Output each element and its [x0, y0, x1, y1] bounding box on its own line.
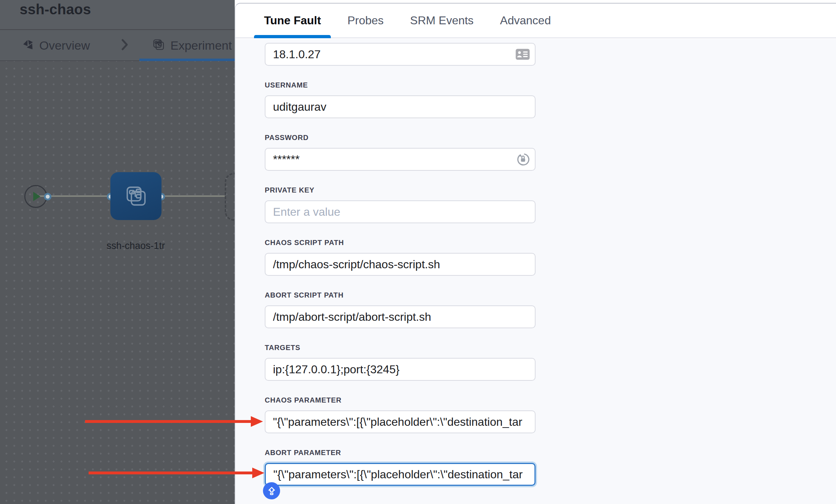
fault-config-form: USERNAME PASSWORD — [235, 39, 836, 504]
chevron-right-icon — [121, 38, 129, 53]
app-window: ssh-chaos Overview Experim — [0, 0, 836, 504]
active-tab-underline — [254, 35, 331, 38]
field-username: USERNAME — [265, 81, 536, 118]
field-ip — [265, 43, 536, 66]
add-node-placeholder[interactable] — [225, 173, 235, 221]
contact-card-icon[interactable] — [516, 49, 530, 60]
tab-experiment[interactable]: Experiment — [170, 38, 232, 52]
chaos-parameter-label: CHAOS PARAMETER — [265, 396, 536, 404]
play-icon — [32, 191, 41, 202]
username-label: USERNAME — [265, 81, 536, 89]
annotation-arrow-chaos-parameter — [85, 420, 251, 423]
password-input[interactable] — [265, 148, 536, 171]
field-password: PASSWORD — [265, 134, 536, 171]
experiment-icon — [152, 38, 165, 53]
ip-input[interactable] — [265, 43, 536, 66]
field-private-key: PRIVATE KEY — [265, 186, 536, 223]
breadcrumb: Overview Experiment — [0, 30, 235, 61]
field-abort-script-path: ABORT SCRIPT PATH — [265, 291, 536, 328]
overview-icon — [22, 39, 34, 52]
upload-icon — [267, 486, 277, 496]
chaos-script-path-label: CHAOS SCRIPT PATH — [265, 239, 536, 246]
pipeline-canvas[interactable]: ssh-chaos Overview Experim — [0, 0, 235, 504]
username-input[interactable] — [265, 95, 536, 118]
active-tab-underline — [139, 59, 235, 61]
experiment-header: ssh-chaos — [0, 0, 235, 30]
field-chaos-script-path: CHAOS SCRIPT PATH — [265, 239, 536, 276]
password-label: PASSWORD — [265, 134, 536, 141]
private-key-label: PRIVATE KEY — [265, 186, 536, 194]
tab-tune-fault[interactable]: Tune Fault — [264, 4, 321, 38]
annotation-arrow-abort-parameter — [89, 471, 253, 474]
experiment-graph[interactable]: ssh-chaos-1tr — [0, 61, 235, 504]
fault-node-icon — [124, 184, 148, 208]
page-title: ssh-chaos — [20, 1, 91, 18]
drawer-tab-bar: Tune Fault Probes SRM Events Advanced — [235, 4, 836, 38]
tab-overview[interactable]: Overview — [39, 38, 90, 52]
field-abort-parameter: ABORT PARAMETER — [265, 449, 536, 486]
fault-node-label: ssh-chaos-1tr — [82, 240, 189, 251]
tab-probes[interactable]: Probes — [347, 4, 383, 38]
chaos-parameter-input[interactable] — [265, 410, 536, 433]
field-targets: TARGETS — [265, 344, 536, 381]
abort-script-path-input[interactable] — [265, 305, 536, 328]
private-key-input[interactable] — [265, 200, 536, 223]
upload-fab-button[interactable] — [263, 482, 280, 499]
targets-label: TARGETS — [265, 344, 536, 351]
chaos-script-path-input[interactable] — [265, 253, 536, 276]
fault-node-ssh-chaos[interactable] — [110, 172, 161, 220]
tab-advanced[interactable]: Advanced — [500, 4, 551, 38]
abort-script-path-label: ABORT SCRIPT PATH — [265, 291, 536, 299]
secret-lock-icon[interactable] — [516, 153, 530, 166]
port-dot — [44, 193, 51, 200]
abort-parameter-input[interactable] — [265, 463, 536, 486]
abort-parameter-label: ABORT PARAMETER — [265, 449, 536, 456]
targets-input[interactable] — [265, 358, 536, 381]
tune-fault-drawer: Tune Fault Probes SRM Events Advanced — [235, 3, 836, 504]
field-chaos-parameter: CHAOS PARAMETER — [265, 396, 536, 433]
tab-srm-events[interactable]: SRM Events — [410, 4, 474, 38]
